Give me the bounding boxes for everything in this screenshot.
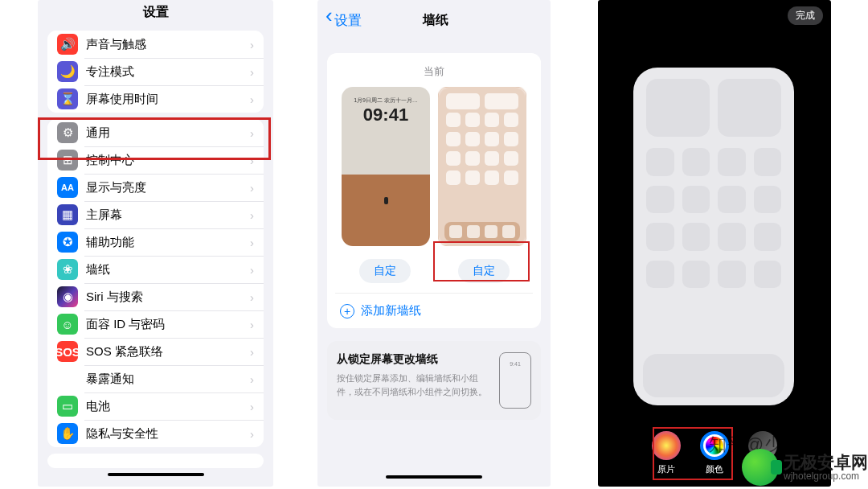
grid-icon: ▦ [57, 204, 78, 225]
settings-group-3-peek [47, 454, 264, 468]
help-card: 从锁定屏幕更改墙纸 按住锁定屏幕添加、编辑墙纸和小组件，或在不同墙纸和小组件之间… [327, 341, 541, 420]
lock-clock: 09:41 [342, 105, 430, 125]
row-control-center[interactable]: ⊞ 控制中心 › [47, 146, 264, 174]
row-label: 控制中心 [86, 153, 250, 168]
row-sos[interactable]: SOS SOS 紧急联络 › [47, 338, 264, 365]
row-label: Siri 与搜索 [86, 290, 250, 305]
sos-icon: SOS [57, 341, 78, 362]
chevron-right-icon: › [250, 181, 254, 195]
row-label: 电池 [86, 399, 250, 414]
row-privacy[interactable]: ✋ 隐私与安全性 › [47, 420, 264, 447]
editor-panel: 完成 原片 颜色 渐变 [598, 0, 831, 487]
switches-icon: ⊞ [57, 150, 78, 171]
chevron-right-icon: › [250, 126, 254, 140]
color-icon [700, 431, 729, 460]
flower-icon: ❀ [57, 259, 78, 280]
settings-panel: 设置 🔊 声音与触感 › 🌙 专注模式 › ⌛ 屏幕使用时间 › ⚙ 通用 [38, 0, 273, 487]
current-wallpaper-card: 当前 1月9日周二 农历十一月… 09:41 [327, 53, 541, 328]
row-faceid[interactable]: ☺ 面容 ID 与密码 › [47, 310, 264, 338]
chevron-right-icon: › [250, 38, 254, 51]
tab-gradient[interactable]: 渐变 [748, 431, 777, 475]
row-label: 面容 ID 与密码 [86, 317, 250, 332]
lock-screen-thumb[interactable]: 1月9日周二 农历十一月… 09:41 [342, 87, 430, 246]
row-label: 显示与亮度 [86, 180, 250, 195]
chevron-right-icon: › [250, 263, 254, 277]
editor-tabs: 原片 颜色 渐变 [598, 431, 831, 475]
customize-home-button[interactable]: 自定 [458, 259, 510, 283]
lock-date: 1月9日周二 农历十一月… [342, 97, 430, 105]
accessibility-icon: ✪ [57, 232, 78, 253]
chevron-right-icon: › [250, 318, 254, 331]
row-battery[interactable]: ▭ 电池 › [47, 392, 264, 420]
home-screen-thumb[interactable] [438, 87, 526, 246]
chevron-right-icon: › [250, 236, 254, 249]
siri-icon: ◉ [57, 286, 78, 307]
done-button[interactable]: 完成 [788, 6, 823, 25]
chevron-right-icon: › [250, 372, 254, 386]
row-label: 屏幕使用时间 [86, 92, 250, 107]
settings-group-2: ⚙ 通用 › ⊞ 控制中心 › AA 显示与亮度 › ▦ 主屏幕 › ✪ 辅助功 [47, 119, 264, 447]
row-label: SOS 紧急联络 [86, 344, 250, 360]
battery-icon: ▭ [57, 396, 78, 417]
row-sound[interactable]: 🔊 声音与触感 › [47, 31, 264, 58]
face-icon: ☺ [57, 314, 78, 335]
plus-circle-icon: + [340, 304, 354, 318]
settings-group-1: 🔊 声音与触感 › 🌙 专注模式 › ⌛ 屏幕使用时间 › [47, 31, 264, 113]
row-focus[interactable]: 🌙 专注模式 › [47, 58, 264, 85]
gradient-icon [748, 431, 777, 460]
tab-color[interactable]: 颜色 [700, 431, 729, 475]
tab-photo[interactable]: 原片 [652, 431, 681, 475]
tab-label: 原片 [657, 463, 675, 475]
hand-icon: ✋ [57, 423, 78, 444]
row-general[interactable]: ⚙ 通用 › [47, 119, 264, 146]
nav-bar: 设置 墙纸 [317, 0, 551, 40]
row-label: 辅助功能 [86, 235, 250, 250]
row-label: 专注模式 [86, 64, 250, 80]
aa-icon: AA [57, 177, 78, 198]
add-wallpaper-row[interactable]: + 添加新墙纸 [335, 293, 533, 320]
chevron-right-icon: › [250, 290, 254, 304]
help-title: 从锁定屏幕更改墙纸 [337, 352, 491, 367]
settings-title: 设置 [38, 0, 273, 24]
chevron-right-icon: › [250, 154, 254, 167]
row-home-screen[interactable]: ▦ 主屏幕 › [47, 201, 264, 228]
gear-icon: ⚙ [57, 122, 78, 143]
moon-icon: 🌙 [57, 61, 78, 82]
home-indicator [386, 475, 482, 479]
row-screentime[interactable]: ⌛ 屏幕使用时间 › [47, 85, 264, 113]
row-display[interactable]: AA 显示与亮度 › [47, 174, 264, 201]
hourglass-icon: ⌛ [57, 88, 78, 109]
row-siri[interactable]: ◉ Siri 与搜索 › [47, 283, 264, 310]
chevron-left-icon [326, 12, 333, 28]
home-preview [633, 68, 794, 405]
sound-icon: 🔊 [57, 34, 78, 55]
home-indicator [108, 473, 204, 476]
chevron-right-icon: › [250, 427, 254, 441]
phone-outline-icon [499, 352, 531, 409]
row-label: 隐私与安全性 [86, 426, 250, 442]
row-label: 主屏幕 [86, 208, 250, 223]
figure-icon [384, 197, 388, 204]
customize-lock-button[interactable]: 自定 [359, 259, 411, 283]
chevron-right-icon: › [250, 345, 254, 359]
chevron-right-icon: › [250, 400, 254, 413]
photo-icon [652, 431, 681, 460]
row-label: 暴露通知 [86, 372, 250, 387]
tab-label: 渐变 [754, 463, 772, 475]
help-desc: 按住锁定屏幕添加、编辑墙纸和小组件，或在不同墙纸和小组件之间切换。 [337, 372, 491, 398]
row-label: 墙纸 [86, 262, 250, 277]
chevron-right-icon: › [250, 92, 254, 106]
row-exposure[interactable]: ✺ 暴露通知 › [47, 365, 264, 392]
wallpaper-title: 墙纸 [330, 12, 542, 29]
row-accessibility[interactable]: ✪ 辅助功能 › [47, 228, 264, 256]
tab-label: 颜色 [706, 463, 723, 475]
current-label: 当前 [335, 64, 533, 79]
row-label: 声音与触感 [86, 37, 250, 52]
chevron-right-icon: › [250, 65, 254, 79]
row-label: 通用 [86, 125, 250, 141]
virus-icon: ✺ [57, 368, 78, 389]
add-wallpaper-label: 添加新墙纸 [361, 303, 421, 318]
wallpaper-panel: 设置 墙纸 当前 1月9日周二 农历十一月… 09:41 [317, 0, 551, 487]
row-wallpaper[interactable]: ❀ 墙纸 › [47, 256, 264, 283]
chevron-right-icon: › [250, 208, 254, 222]
